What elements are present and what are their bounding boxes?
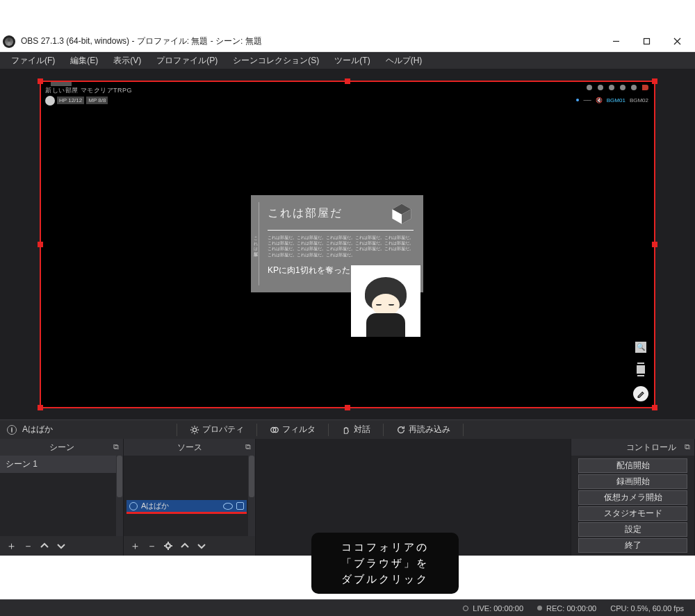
scrollbar[interactable] bbox=[248, 456, 255, 536]
source-item[interactable]: Aはばか bbox=[126, 500, 247, 514]
annotation-line2: 「ブラウザ」を bbox=[341, 557, 429, 570]
scenes-list[interactable]: シーン 1 bbox=[0, 456, 123, 536]
popout-icon[interactable]: ⧉ bbox=[245, 442, 251, 451]
move-scene-down-button[interactable] bbox=[54, 539, 68, 553]
sources-list[interactable]: Aはばか bbox=[124, 456, 255, 536]
svg-marker-12 bbox=[264, 558, 272, 567]
remove-source-button[interactable]: － bbox=[145, 539, 158, 553]
rec-time: REC: 00:00:00 bbox=[546, 604, 596, 613]
exit-button[interactable]: 終了 bbox=[578, 538, 687, 553]
scrollbar[interactable] bbox=[116, 456, 123, 536]
start-vcam-button[interactable]: 仮想カメラ開始 bbox=[578, 490, 687, 505]
sources-header[interactable]: ソース ⧉ bbox=[124, 439, 255, 456]
live-time: LIVE: 00:00:00 bbox=[473, 604, 523, 613]
add-source-button[interactable]: ＋ bbox=[128, 539, 142, 553]
scenes-header[interactable]: シーン ⧉ bbox=[0, 439, 123, 456]
app-window: OBS 27.1.3 (64-bit, windows) - プロファイル: 無… bbox=[0, 31, 695, 616]
svg-point-7 bbox=[193, 428, 196, 431]
controls-header[interactable]: コントロール ⧉ bbox=[571, 439, 694, 456]
popout-icon[interactable]: ⧉ bbox=[113, 442, 119, 451]
menu-view[interactable]: 表示(V) bbox=[106, 53, 148, 69]
scenes-toolbar: ＋ － bbox=[0, 536, 123, 556]
sources-toolbar: ＋ － bbox=[124, 536, 255, 556]
move-scene-up-button[interactable] bbox=[38, 539, 51, 553]
reload-icon bbox=[396, 425, 406, 435]
window-title: OBS 27.1.3 (64-bit, windows) - プロファイル: 無… bbox=[21, 35, 262, 47]
close-button[interactable] bbox=[662, 31, 692, 52]
filters-button[interactable]: フィルタ bbox=[264, 422, 321, 438]
source-properties-button[interactable] bbox=[161, 539, 175, 553]
visibility-toggle[interactable] bbox=[223, 503, 233, 510]
move-source-up-button[interactable] bbox=[178, 539, 192, 553]
filters-label: フィルタ bbox=[282, 424, 316, 435]
remove-scene-button[interactable]: － bbox=[21, 539, 35, 553]
gear-icon bbox=[190, 425, 199, 435]
start-stream-button[interactable]: 配信開始 bbox=[578, 458, 687, 473]
obs-logo-icon bbox=[3, 35, 15, 48]
menu-file[interactable]: ファイル(F) bbox=[4, 53, 62, 69]
status-bar: LIVE: 00:00:00 REC: 00:00:00 CPU: 0.5%, … bbox=[0, 599, 695, 616]
scenes-dock: シーン ⧉ シーン 1 ＋ － bbox=[0, 439, 124, 556]
sources-title: ソース bbox=[177, 442, 202, 453]
minimize-button[interactable] bbox=[600, 31, 631, 52]
cpu-status: CPU: 0.5%, 60.00 fps bbox=[610, 604, 684, 613]
record-icon bbox=[537, 606, 542, 610]
menubar: ファイル(F) 編集(E) 表示(V) プロファイル(P) シーンコレクション(… bbox=[0, 52, 695, 69]
scene-item[interactable]: シーン 1 bbox=[0, 456, 123, 473]
globe-icon bbox=[129, 502, 138, 510]
controls-title: コントロール bbox=[626, 442, 676, 453]
interact-label: 対話 bbox=[354, 424, 370, 435]
menu-help[interactable]: ヘルプ(H) bbox=[379, 53, 430, 69]
menu-tools[interactable]: ツール(T) bbox=[327, 53, 377, 69]
filter-icon bbox=[270, 425, 279, 435]
broadcast-icon bbox=[463, 606, 468, 611]
source-item-label: Aはばか bbox=[141, 501, 169, 511]
hand-icon bbox=[341, 425, 351, 435]
preview-area: 新しい部屋 マモクリアTRPG HP 12/12 MP 8/8 ── 🔇 BGM… bbox=[0, 69, 695, 419]
titlebar: OBS 27.1.3 (64-bit, windows) - プロファイル: 無… bbox=[0, 31, 695, 52]
menu-edit[interactable]: 編集(E) bbox=[63, 53, 105, 69]
sources-dock: ソース ⧉ Aはばか ＋ － bbox=[124, 439, 256, 556]
context-source-name: Aはばか bbox=[22, 424, 53, 435]
move-source-down-button[interactable] bbox=[195, 539, 208, 553]
menu-scenecollection[interactable]: シーンコレクション(S) bbox=[226, 53, 326, 69]
globe-icon bbox=[7, 425, 17, 435]
add-scene-button[interactable]: ＋ bbox=[4, 539, 18, 553]
popout-icon[interactable]: ⧉ bbox=[685, 442, 690, 451]
menu-profile[interactable]: プロファイル(P) bbox=[149, 53, 224, 69]
maximize-button[interactable] bbox=[631, 31, 662, 52]
properties-button[interactable]: プロパティ bbox=[184, 422, 250, 438]
annotation-arrow bbox=[264, 558, 306, 567]
properties-label: プロパティ bbox=[202, 424, 244, 435]
live-status: LIVE: 00:00:00 bbox=[463, 604, 523, 613]
svg-point-10 bbox=[166, 544, 170, 548]
svg-rect-1 bbox=[644, 39, 649, 44]
source-context-toolbar: Aはばか プロパティ フィルタ 対話 再読み込み bbox=[0, 419, 695, 439]
reload-button[interactable]: 再読み込み bbox=[391, 422, 456, 438]
interact-button[interactable]: 対話 bbox=[336, 422, 376, 438]
lock-toggle[interactable] bbox=[236, 502, 244, 510]
rec-status: REC: 00:00:00 bbox=[537, 604, 596, 613]
selection-box[interactable] bbox=[40, 81, 655, 408]
studio-mode-button[interactable]: スタジオモード bbox=[578, 506, 687, 521]
scenes-title: シーン bbox=[49, 442, 74, 453]
annotation-line1: ココフォリアの bbox=[341, 541, 429, 554]
start-record-button[interactable]: 録画開始 bbox=[578, 474, 687, 489]
annotation-line3: ダブルクリック bbox=[341, 573, 429, 586]
annotation-callout: ココフォリアの 「ブラウザ」を ダブルクリック bbox=[311, 533, 459, 594]
reload-label: 再読み込み bbox=[409, 424, 450, 435]
settings-button[interactable]: 設定 bbox=[578, 522, 687, 537]
preview-canvas[interactable]: 新しい部屋 マモクリアTRPG HP 12/12 MP 8/8 ── 🔇 BGM… bbox=[40, 81, 655, 408]
controls-dock: コントロール ⧉ 配信開始 録画開始 仮想カメラ開始 スタジオモード 設定 終了 bbox=[571, 439, 695, 556]
